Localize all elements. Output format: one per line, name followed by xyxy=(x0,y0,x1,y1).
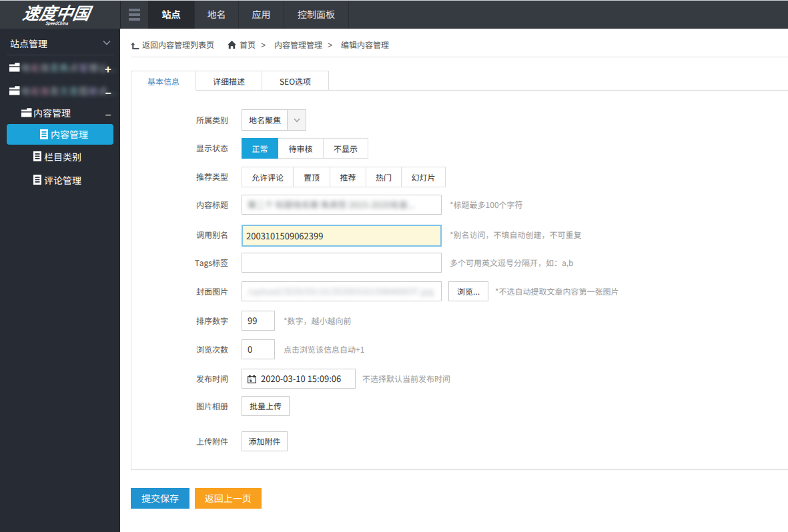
svg-text:6: 6 xyxy=(250,377,252,383)
